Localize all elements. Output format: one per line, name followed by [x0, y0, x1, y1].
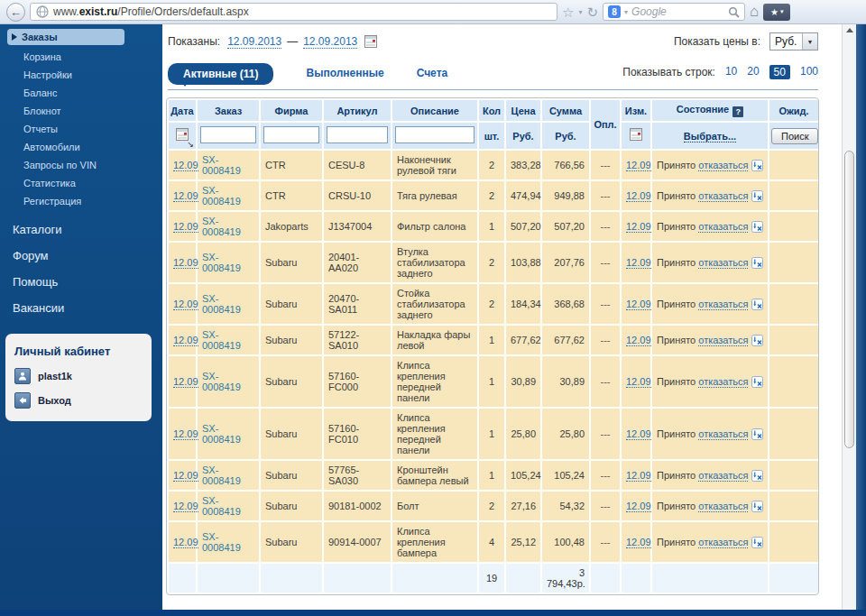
- col-changed[interactable]: Изм.: [622, 100, 650, 121]
- search-input[interactable]: 8 ▾ Google: [603, 3, 745, 21]
- rows-option[interactable]: 50: [769, 65, 790, 79]
- row-date-link[interactable]: 12.09: [173, 160, 198, 171]
- row-cancel-link[interactable]: отказаться: [698, 221, 748, 233]
- date-from-link[interactable]: 12.09.2013: [227, 35, 281, 49]
- row-changed-link[interactable]: 12.09: [626, 160, 651, 171]
- sidebar-item[interactable]: Баланс: [0, 84, 162, 102]
- help-icon[interactable]: ?: [732, 106, 743, 117]
- bookmarks-menu-button[interactable]: ★▾: [763, 4, 790, 21]
- scrollbar-thumb[interactable]: [844, 151, 854, 448]
- row-changed-link[interactable]: 12.09: [626, 221, 651, 233]
- row-order-number[interactable]: SX-0008419: [198, 181, 259, 210]
- search-engine-dropdown-icon[interactable]: ▾: [624, 8, 628, 16]
- cancel-doc-icon[interactable]: [751, 221, 763, 233]
- sidebar-item[interactable]: Статистика: [0, 174, 162, 192]
- row-order-number[interactable]: SX-0008419: [198, 492, 259, 520]
- row-cancel-link[interactable]: отказаться: [698, 335, 748, 346]
- row-order-number[interactable]: SX-0008419: [198, 151, 259, 179]
- row-cancel-link[interactable]: отказаться: [698, 257, 748, 269]
- sidebar-section-link[interactable]: Каталоги: [0, 216, 162, 243]
- row-cancel-link[interactable]: отказаться: [698, 428, 748, 440]
- row-date-link[interactable]: 12.09: [173, 299, 198, 310]
- sidebar-item[interactable]: Блокнот: [0, 102, 162, 120]
- row-date-link[interactable]: 12.09: [173, 221, 198, 233]
- row-date-link[interactable]: 12.09: [173, 376, 198, 388]
- currency-select[interactable]: Руб. ▼: [769, 32, 818, 51]
- col-date[interactable]: Дата: [169, 100, 196, 121]
- sidebar-item[interactable]: Настройки: [0, 66, 162, 84]
- row-order-number[interactable]: SX-0008419: [198, 522, 259, 562]
- tab-active-orders[interactable]: Активные (11): [168, 63, 273, 85]
- calendar-icon[interactable]: [364, 35, 377, 48]
- logout-button[interactable]: Выход: [14, 392, 143, 409]
- cancel-doc-icon[interactable]: [751, 257, 763, 269]
- changed-filter-calendar-icon[interactable]: [630, 132, 642, 143]
- row-cancel-link[interactable]: отказаться: [698, 537, 748, 548]
- row-changed-link[interactable]: 12.09: [626, 501, 651, 512]
- state-select-link[interactable]: Выбрать...: [684, 131, 736, 143]
- sidebar-section-link[interactable]: Форум: [0, 243, 162, 269]
- row-changed-link[interactable]: 12.09: [626, 190, 651, 202]
- sidebar-item[interactable]: Автомобили: [0, 138, 162, 156]
- address-bar[interactable]: www.exist.ru/Profile/Orders/default.aspx: [30, 3, 557, 21]
- rows-option[interactable]: 100: [800, 65, 818, 79]
- tab-completed[interactable]: Выполненные: [306, 67, 383, 79]
- cancel-doc-icon[interactable]: [751, 190, 763, 202]
- row-order-number[interactable]: SX-0008419: [198, 356, 259, 407]
- col-description[interactable]: Описание: [392, 100, 477, 121]
- rows-option[interactable]: 10: [725, 65, 737, 79]
- cancel-doc-icon[interactable]: [751, 470, 763, 482]
- row-date-link[interactable]: 12.09: [173, 190, 198, 202]
- cancel-doc-icon[interactable]: [751, 537, 763, 548]
- magnifier-icon[interactable]: [728, 6, 740, 18]
- cancel-doc-icon[interactable]: [751, 299, 763, 310]
- cancel-doc-icon[interactable]: [751, 428, 763, 440]
- sidebar-item-orders-selected[interactable]: Заказы: [7, 29, 124, 45]
- cancel-doc-icon[interactable]: [751, 335, 763, 346]
- row-date-link[interactable]: 12.09: [173, 428, 198, 440]
- cancel-doc-icon[interactable]: [751, 376, 763, 388]
- row-date-link[interactable]: 12.09: [173, 335, 198, 346]
- row-order-number[interactable]: SX-0008419: [198, 409, 259, 459]
- col-article[interactable]: Артикул: [324, 100, 391, 121]
- row-cancel-link[interactable]: отказаться: [698, 470, 748, 482]
- article-filter-input[interactable]: [327, 126, 388, 143]
- col-firm[interactable]: Фирма: [261, 100, 322, 121]
- row-order-number[interactable]: SX-0008419: [198, 461, 259, 490]
- row-cancel-link[interactable]: отказаться: [698, 376, 748, 388]
- bookmark-dropdown-icon[interactable]: ▾: [578, 8, 582, 16]
- page-scrollbar[interactable]: [842, 24, 856, 616]
- row-date-link[interactable]: 12.09: [173, 537, 198, 548]
- scrollbar-up-icon[interactable]: [843, 24, 856, 36]
- row-cancel-link[interactable]: отказаться: [698, 501, 748, 512]
- cabinet-user[interactable]: plast1k: [14, 368, 143, 384]
- sidebar-item[interactable]: Запросы по VIN: [0, 156, 162, 174]
- row-date-link[interactable]: 12.09: [173, 470, 198, 482]
- row-order-number[interactable]: SX-0008419: [198, 284, 259, 324]
- row-order-number[interactable]: SX-0008419: [198, 212, 259, 241]
- row-changed-link[interactable]: 12.09: [626, 537, 651, 548]
- row-date-link[interactable]: 12.09: [173, 257, 198, 269]
- home-icon[interactable]: ⌂: [750, 3, 759, 21]
- refresh-icon[interactable]: ↻: [586, 5, 598, 19]
- col-order[interactable]: Заказ: [198, 100, 259, 121]
- row-cancel-link[interactable]: отказаться: [698, 190, 748, 202]
- row-order-number[interactable]: SX-0008419: [198, 243, 259, 282]
- row-changed-link[interactable]: 12.09: [626, 299, 651, 310]
- row-changed-link[interactable]: 12.09: [626, 470, 651, 482]
- row-cancel-link[interactable]: отказаться: [698, 299, 748, 310]
- row-order-number[interactable]: SX-0008419: [198, 326, 259, 354]
- row-changed-link[interactable]: 12.09: [626, 376, 651, 388]
- row-date-link[interactable]: 12.09: [173, 501, 198, 512]
- row-changed-link[interactable]: 12.09: [626, 428, 651, 440]
- bookmark-star-icon[interactable]: ☆: [562, 5, 574, 19]
- search-button[interactable]: Поиск: [771, 128, 818, 144]
- row-changed-link[interactable]: 12.09: [626, 257, 651, 269]
- sidebar-section-link[interactable]: Помощь: [0, 269, 162, 295]
- cancel-doc-icon[interactable]: [751, 501, 763, 512]
- sidebar-item[interactable]: Отчеты: [0, 120, 162, 138]
- cancel-doc-icon[interactable]: [751, 160, 763, 171]
- sort-direction-icon[interactable]: ↘: [187, 140, 194, 149]
- firm-filter-input[interactable]: [263, 126, 319, 143]
- date-to-link[interactable]: 12.09.2013: [303, 35, 357, 49]
